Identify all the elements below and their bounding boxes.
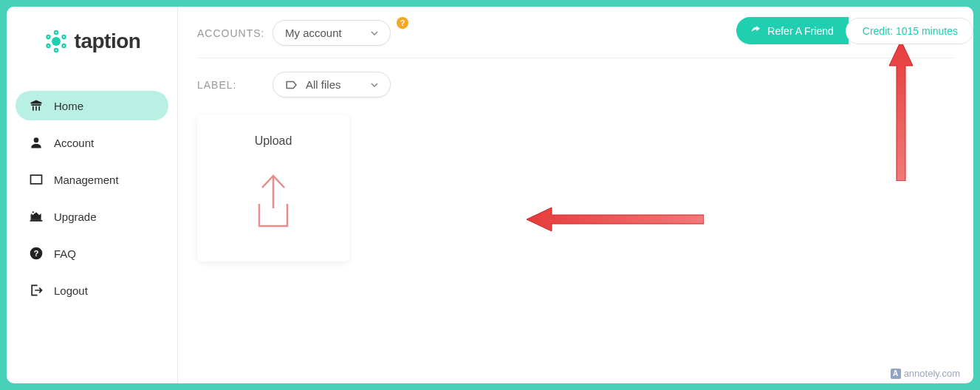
label-filter-label: LABEL: — [197, 79, 264, 91]
sidebar: taption Home Account Management — [7, 7, 178, 383]
svg-point-12 — [47, 36, 49, 38]
faq-icon: ? — [29, 246, 44, 261]
svg-point-11 — [47, 45, 49, 47]
sidebar-item-faq[interactable]: ? FAQ — [16, 239, 168, 268]
sidebar-item-account[interactable]: Account — [16, 128, 168, 157]
logout-icon — [29, 283, 44, 298]
upload-title: Upload — [255, 134, 292, 148]
label-selected-value: All files — [306, 78, 341, 91]
watermark: A annotely.com — [891, 368, 960, 379]
app-container: taption Home Account Management — [7, 7, 973, 383]
refer-friend-button[interactable]: Refer A Friend — [736, 17, 849, 44]
header-actions: Refer A Friend Credit: 1015 minutes — [736, 17, 973, 44]
help-icon[interactable]: ? — [397, 17, 408, 29]
svg-point-7 — [55, 32, 57, 33]
svg-point-9 — [63, 45, 64, 47]
svg-rect-14 — [31, 175, 42, 184]
svg-point-10 — [55, 49, 57, 51]
chevron-down-icon — [371, 27, 378, 39]
svg-point-13 — [34, 137, 39, 143]
svg-point-0 — [52, 37, 61, 46]
annotation-arrow-up — [888, 41, 914, 184]
sidebar-nav: Home Account Management Upgrade — [7, 91, 177, 312]
annotation-arrow-left — [527, 206, 704, 236]
brand-logo: taption — [7, 29, 177, 54]
sidebar-item-home[interactable]: Home — [16, 91, 168, 120]
upload-card[interactable]: Upload — [197, 115, 349, 261]
credit-display[interactable]: Credit: 1015 minutes — [846, 18, 973, 44]
sidebar-item-label: Upgrade — [54, 211, 97, 223]
taption-logo-icon — [44, 29, 69, 54]
label-row: LABEL: All files — [197, 72, 954, 98]
upgrade-icon — [29, 209, 44, 224]
brand-name: taption — [75, 30, 141, 53]
share-icon — [750, 24, 761, 38]
watermark-text: annotely.com — [904, 368, 960, 379]
sidebar-item-upgrade[interactable]: Upgrade — [16, 202, 168, 231]
accounts-label: ACCOUNTS: — [197, 27, 264, 39]
home-icon — [29, 98, 44, 113]
svg-point-8 — [63, 36, 64, 38]
account-select[interactable]: My account — [273, 20, 391, 46]
account-selected-value: My account — [285, 27, 342, 39]
sidebar-item-label: Logout — [54, 284, 88, 297]
label-select[interactable]: All files — [273, 72, 391, 98]
divider — [197, 58, 954, 58]
account-icon — [29, 135, 44, 150]
sidebar-item-management[interactable]: Management — [16, 165, 168, 194]
sidebar-item-label: FAQ — [54, 247, 76, 260]
sidebar-item-label: Management — [54, 174, 119, 186]
sidebar-item-logout[interactable]: Logout — [16, 276, 168, 305]
upload-icon — [244, 168, 302, 236]
management-icon — [29, 172, 44, 187]
svg-text:?: ? — [34, 249, 39, 258]
main-content: Refer A Friend Credit: 1015 minutes ACCO… — [178, 7, 973, 383]
refer-label: Refer A Friend — [767, 25, 834, 37]
sidebar-item-label: Home — [54, 100, 83, 112]
sidebar-item-label: Account — [54, 137, 94, 149]
tag-icon — [285, 79, 298, 91]
annotely-icon: A — [891, 369, 901, 379]
credit-text: Credit: 1015 minutes — [863, 25, 958, 37]
chevron-down-icon — [371, 78, 378, 91]
